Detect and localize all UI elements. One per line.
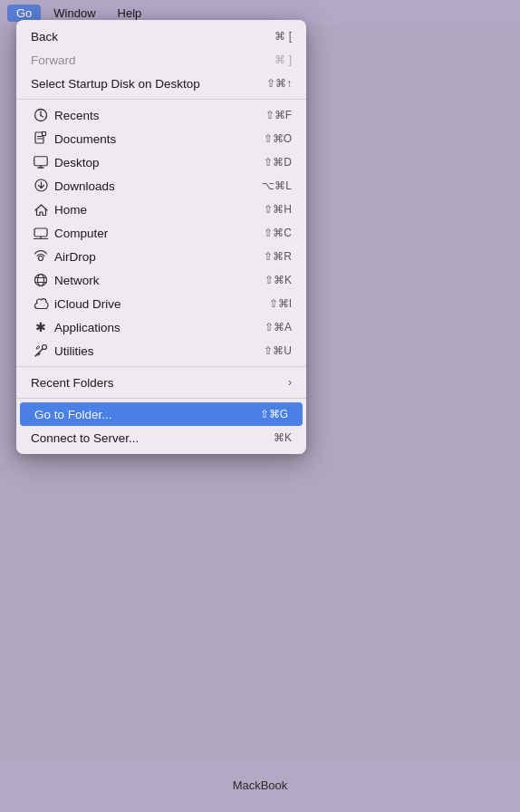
separator-2: [16, 366, 306, 367]
menu-item-recents[interactable]: Recents ⇧⌘F: [16, 103, 306, 127]
menu-item-recent-folders[interactable]: Recent Folders ›: [16, 371, 306, 394]
svg-point-17: [38, 275, 44, 286]
recents-icon: [31, 108, 51, 122]
go-menu-dropdown: Back ⌘ [ Forward ⌘ ] Select Startup Disk…: [16, 20, 306, 454]
menu-item-forward[interactable]: Forward ⌘ ]: [16, 48, 306, 72]
menu-item-back[interactable]: Back ⌘ [: [16, 24, 306, 48]
home-icon: [31, 203, 51, 217]
airdrop-icon: [31, 249, 51, 264]
svg-point-22: [43, 345, 47, 350]
menubar-window[interactable]: Window: [44, 5, 104, 22]
menu-item-home[interactable]: Home ⇧⌘H: [16, 198, 306, 221]
menu-item-computer[interactable]: Computer ⇧⌘C: [16, 221, 306, 245]
svg-line-2: [41, 116, 43, 118]
menubar-help[interactable]: Help: [109, 5, 151, 22]
applications-icon: ✱: [31, 320, 51, 334]
svg-point-16: [35, 275, 47, 286]
footer-label: MackBook: [233, 778, 288, 792]
menu-item-connect-server[interactable]: Connect to Server... ⌘K: [16, 426, 306, 450]
menu-item-utilities[interactable]: Utilities ⇧⌘U: [16, 339, 306, 362]
svg-rect-7: [34, 157, 48, 166]
separator-3: [16, 398, 306, 399]
menu-item-network[interactable]: Network ⇧⌘K: [16, 268, 306, 292]
menu-item-desktop[interactable]: Desktop ⇧⌘D: [16, 150, 306, 174]
downloads-icon: [31, 179, 51, 193]
menu-item-startup[interactable]: Select Startup Disk on Desktop ⇧⌘↑: [16, 72, 306, 95]
menu-item-goto-folder[interactable]: Go to Folder... ⇧⌘G: [20, 402, 303, 426]
svg-rect-4: [43, 132, 46, 136]
computer-icon: [31, 227, 51, 239]
icloud-icon: [31, 298, 51, 310]
menu-item-icloud[interactable]: iCloud Drive ⇧⌘I: [16, 292, 306, 315]
menu-item-downloads[interactable]: Downloads ⌥⌘L: [16, 174, 306, 198]
menu-item-documents[interactable]: Documents ⇧⌘O: [16, 127, 306, 150]
svg-text:✱: ✱: [35, 320, 46, 334]
desktop-icon: [31, 156, 51, 169]
svg-rect-12: [34, 228, 47, 237]
network-icon: [31, 273, 51, 287]
documents-icon: [31, 131, 51, 146]
separator-1: [16, 99, 306, 100]
taskbar-bottom: MackBook: [0, 758, 520, 812]
menu-item-airdrop[interactable]: AirDrop ⇧⌘R: [16, 245, 306, 268]
menubar-go[interactable]: Go: [7, 5, 41, 22]
svg-point-15: [39, 256, 43, 261]
menu-item-applications[interactable]: ✱ Applications ⇧⌘A: [16, 315, 306, 339]
utilities-icon: [31, 343, 51, 358]
